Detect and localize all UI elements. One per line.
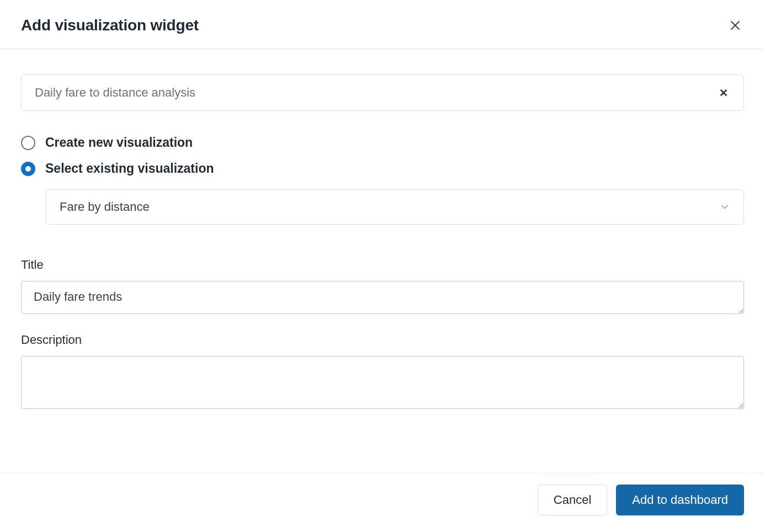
x-icon bbox=[719, 88, 729, 98]
visualization-source-radio-group: Create new visualization Select existing… bbox=[21, 130, 744, 182]
chevron-down-icon bbox=[719, 201, 730, 212]
close-button[interactable] bbox=[726, 17, 744, 34]
radio-label-create: Create new visualization bbox=[45, 135, 193, 150]
add-visualization-modal: Add visualization widget Create new visu… bbox=[0, 0, 765, 532]
description-input[interactable] bbox=[21, 356, 744, 409]
modal-header: Add visualization widget bbox=[0, 0, 765, 49]
radio-icon bbox=[21, 136, 35, 150]
search-row bbox=[21, 75, 744, 111]
close-icon bbox=[729, 19, 742, 32]
description-field-group: Description bbox=[21, 333, 744, 411]
visualization-select[interactable]: Fare by distance bbox=[46, 189, 744, 225]
search-input[interactable] bbox=[35, 86, 717, 100]
radio-label-select: Select existing visualization bbox=[45, 161, 214, 176]
description-label: Description bbox=[21, 333, 744, 347]
add-to-dashboard-button[interactable]: Add to dashboard bbox=[616, 485, 744, 515]
clear-search-button[interactable] bbox=[717, 86, 730, 99]
modal-body: Create new visualization Select existing… bbox=[0, 49, 765, 473]
visualization-select-value: Fare by distance bbox=[60, 200, 150, 214]
title-input[interactable] bbox=[21, 281, 744, 314]
title-field-group: Title bbox=[21, 258, 744, 316]
title-label: Title bbox=[21, 258, 744, 272]
visualization-select-row: Fare by distance bbox=[46, 189, 744, 225]
radio-select-existing[interactable]: Select existing visualization bbox=[21, 156, 744, 182]
cancel-button[interactable]: Cancel bbox=[538, 485, 607, 515]
radio-icon bbox=[21, 162, 35, 176]
modal-footer: Cancel Add to dashboard bbox=[0, 473, 765, 532]
radio-create-new[interactable]: Create new visualization bbox=[21, 130, 744, 156]
modal-title: Add visualization widget bbox=[21, 17, 199, 34]
